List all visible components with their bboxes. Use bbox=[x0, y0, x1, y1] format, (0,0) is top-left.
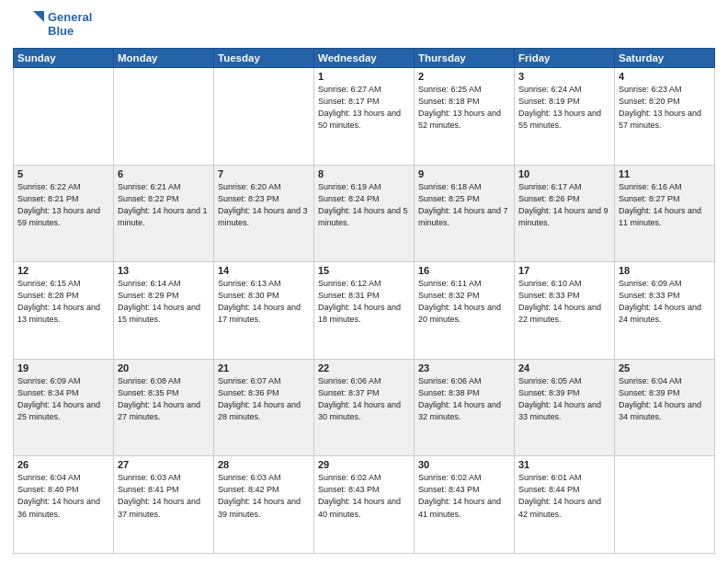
day-cell: 16Sunrise: 6:11 AM Sunset: 8:32 PM Dayli… bbox=[415, 262, 515, 360]
week-row-4: 19Sunrise: 6:09 AM Sunset: 8:34 PM Dayli… bbox=[14, 359, 715, 456]
day-cell: 27Sunrise: 6:03 AM Sunset: 8:41 PM Dayli… bbox=[114, 456, 214, 554]
day-info: Sunrise: 6:13 AM Sunset: 8:30 PM Dayligh… bbox=[218, 278, 310, 326]
day-number: 11 bbox=[619, 168, 711, 179]
logo-line2: Blue bbox=[48, 25, 92, 39]
day-cell: 5Sunrise: 6:22 AM Sunset: 8:21 PM Daylig… bbox=[14, 165, 114, 262]
day-info: Sunrise: 6:10 AM Sunset: 8:33 PM Dayligh… bbox=[518, 278, 610, 326]
day-info: Sunrise: 6:21 AM Sunset: 8:22 PM Dayligh… bbox=[118, 181, 210, 229]
day-cell: 23Sunrise: 6:06 AM Sunset: 8:38 PM Dayli… bbox=[415, 359, 515, 456]
day-cell: 22Sunrise: 6:06 AM Sunset: 8:37 PM Dayli… bbox=[314, 359, 415, 456]
day-cell bbox=[114, 68, 214, 166]
day-cell: 24Sunrise: 6:05 AM Sunset: 8:39 PM Dayli… bbox=[515, 359, 615, 456]
day-info: Sunrise: 6:11 AM Sunset: 8:32 PM Dayligh… bbox=[418, 278, 510, 326]
day-number: 5 bbox=[17, 168, 109, 179]
day-cell: 30Sunrise: 6:02 AM Sunset: 8:43 PM Dayli… bbox=[415, 456, 515, 554]
day-cell: 29Sunrise: 6:02 AM Sunset: 8:43 PM Dayli… bbox=[314, 456, 415, 554]
day-cell: 26Sunrise: 6:04 AM Sunset: 8:40 PM Dayli… bbox=[14, 456, 114, 554]
day-cell: 13Sunrise: 6:14 AM Sunset: 8:29 PM Dayli… bbox=[114, 262, 214, 360]
day-cell: 10Sunrise: 6:17 AM Sunset: 8:26 PM Dayli… bbox=[515, 165, 615, 262]
day-info: Sunrise: 6:15 AM Sunset: 8:28 PM Dayligh… bbox=[17, 278, 109, 326]
day-number: 14 bbox=[218, 265, 310, 276]
day-number: 18 bbox=[619, 265, 711, 276]
weekday-row: SundayMondayTuesdayWednesdayThursdayFrid… bbox=[14, 49, 715, 68]
day-cell: 9Sunrise: 6:18 AM Sunset: 8:25 PM Daylig… bbox=[415, 165, 515, 262]
logo-line1: General bbox=[48, 11, 92, 25]
day-info: Sunrise: 6:12 AM Sunset: 8:31 PM Dayligh… bbox=[318, 278, 410, 326]
day-cell bbox=[14, 68, 114, 166]
day-cell bbox=[214, 68, 314, 166]
day-info: Sunrise: 6:07 AM Sunset: 8:36 PM Dayligh… bbox=[218, 375, 310, 423]
calendar-body: 1Sunrise: 6:27 AM Sunset: 8:17 PM Daylig… bbox=[14, 68, 715, 554]
day-number: 16 bbox=[418, 265, 510, 276]
day-number: 8 bbox=[318, 168, 410, 179]
svg-marker-0 bbox=[33, 11, 44, 22]
day-info: Sunrise: 6:09 AM Sunset: 8:34 PM Dayligh… bbox=[17, 375, 109, 423]
logo: General Blue bbox=[13, 9, 92, 40]
day-info: Sunrise: 6:09 AM Sunset: 8:33 PM Dayligh… bbox=[619, 278, 711, 326]
day-info: Sunrise: 6:23 AM Sunset: 8:20 PM Dayligh… bbox=[619, 84, 711, 132]
day-cell: 19Sunrise: 6:09 AM Sunset: 8:34 PM Dayli… bbox=[14, 359, 114, 456]
day-number: 21 bbox=[218, 362, 310, 373]
day-cell: 6Sunrise: 6:21 AM Sunset: 8:22 PM Daylig… bbox=[114, 165, 214, 262]
day-cell: 21Sunrise: 6:07 AM Sunset: 8:36 PM Dayli… bbox=[214, 359, 314, 456]
day-info: Sunrise: 6:05 AM Sunset: 8:39 PM Dayligh… bbox=[518, 375, 610, 423]
page: General Blue SundayMondayTuesdayWednesda… bbox=[0, 0, 728, 563]
day-info: Sunrise: 6:19 AM Sunset: 8:24 PM Dayligh… bbox=[318, 181, 410, 229]
day-number: 29 bbox=[318, 459, 410, 470]
day-cell: 12Sunrise: 6:15 AM Sunset: 8:28 PM Dayli… bbox=[14, 262, 114, 360]
weekday-header-sunday: Sunday bbox=[14, 49, 114, 68]
day-info: Sunrise: 6:22 AM Sunset: 8:21 PM Dayligh… bbox=[17, 181, 109, 229]
day-cell: 28Sunrise: 6:03 AM Sunset: 8:42 PM Dayli… bbox=[214, 456, 314, 554]
day-info: Sunrise: 6:01 AM Sunset: 8:44 PM Dayligh… bbox=[518, 472, 610, 520]
day-number: 7 bbox=[218, 168, 310, 179]
day-cell: 7Sunrise: 6:20 AM Sunset: 8:23 PM Daylig… bbox=[214, 165, 314, 262]
day-cell: 17Sunrise: 6:10 AM Sunset: 8:33 PM Dayli… bbox=[515, 262, 615, 360]
day-info: Sunrise: 6:06 AM Sunset: 8:38 PM Dayligh… bbox=[418, 375, 510, 423]
calendar: SundayMondayTuesdayWednesdayThursdayFrid… bbox=[13, 48, 715, 554]
week-row-3: 12Sunrise: 6:15 AM Sunset: 8:28 PM Dayli… bbox=[14, 262, 715, 360]
day-number: 6 bbox=[118, 168, 210, 179]
day-cell bbox=[615, 456, 715, 554]
day-cell: 20Sunrise: 6:08 AM Sunset: 8:35 PM Dayli… bbox=[114, 359, 214, 456]
day-info: Sunrise: 6:04 AM Sunset: 8:39 PM Dayligh… bbox=[619, 375, 711, 423]
day-cell: 15Sunrise: 6:12 AM Sunset: 8:31 PM Dayli… bbox=[314, 262, 415, 360]
day-info: Sunrise: 6:03 AM Sunset: 8:41 PM Dayligh… bbox=[118, 472, 210, 520]
day-number: 30 bbox=[418, 459, 510, 470]
day-number: 22 bbox=[318, 362, 410, 373]
day-number: 27 bbox=[118, 459, 210, 470]
day-number: 9 bbox=[418, 168, 510, 179]
day-info: Sunrise: 6:02 AM Sunset: 8:43 PM Dayligh… bbox=[318, 472, 410, 520]
day-number: 4 bbox=[619, 71, 711, 82]
day-info: Sunrise: 6:03 AM Sunset: 8:42 PM Dayligh… bbox=[218, 472, 310, 520]
day-cell: 25Sunrise: 6:04 AM Sunset: 8:39 PM Dayli… bbox=[615, 359, 715, 456]
weekday-header-wednesday: Wednesday bbox=[314, 49, 415, 68]
day-number: 19 bbox=[17, 362, 109, 373]
day-info: Sunrise: 6:27 AM Sunset: 8:17 PM Dayligh… bbox=[318, 84, 410, 132]
day-cell: 1Sunrise: 6:27 AM Sunset: 8:17 PM Daylig… bbox=[314, 68, 415, 166]
weekday-header-tuesday: Tuesday bbox=[214, 49, 314, 68]
day-number: 17 bbox=[518, 265, 610, 276]
day-cell: 11Sunrise: 6:16 AM Sunset: 8:27 PM Dayli… bbox=[615, 165, 715, 262]
day-number: 20 bbox=[118, 362, 210, 373]
day-info: Sunrise: 6:25 AM Sunset: 8:18 PM Dayligh… bbox=[418, 84, 510, 132]
weekday-header-friday: Friday bbox=[515, 49, 615, 68]
day-cell: 4Sunrise: 6:23 AM Sunset: 8:20 PM Daylig… bbox=[615, 68, 715, 166]
day-info: Sunrise: 6:04 AM Sunset: 8:40 PM Dayligh… bbox=[17, 472, 109, 520]
day-cell: 2Sunrise: 6:25 AM Sunset: 8:18 PM Daylig… bbox=[415, 68, 515, 166]
week-row-2: 5Sunrise: 6:22 AM Sunset: 8:21 PM Daylig… bbox=[14, 165, 715, 262]
logo-svg bbox=[13, 9, 44, 40]
day-number: 2 bbox=[418, 71, 510, 82]
day-number: 12 bbox=[17, 265, 109, 276]
day-info: Sunrise: 6:24 AM Sunset: 8:19 PM Dayligh… bbox=[518, 84, 610, 132]
day-cell: 8Sunrise: 6:19 AM Sunset: 8:24 PM Daylig… bbox=[314, 165, 415, 262]
day-number: 10 bbox=[518, 168, 610, 179]
week-row-5: 26Sunrise: 6:04 AM Sunset: 8:40 PM Dayli… bbox=[14, 456, 715, 554]
weekday-header-thursday: Thursday bbox=[415, 49, 515, 68]
day-number: 26 bbox=[17, 459, 109, 470]
day-info: Sunrise: 6:14 AM Sunset: 8:29 PM Dayligh… bbox=[118, 278, 210, 326]
calendar-header: SundayMondayTuesdayWednesdayThursdayFrid… bbox=[14, 49, 715, 68]
day-number: 1 bbox=[318, 71, 410, 82]
day-info: Sunrise: 6:16 AM Sunset: 8:27 PM Dayligh… bbox=[619, 181, 711, 229]
day-cell: 18Sunrise: 6:09 AM Sunset: 8:33 PM Dayli… bbox=[615, 262, 715, 360]
day-number: 25 bbox=[619, 362, 711, 373]
